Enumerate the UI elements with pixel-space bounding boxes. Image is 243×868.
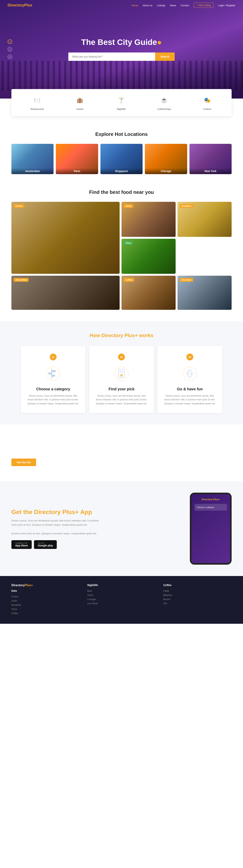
fusion-image — [11, 202, 119, 274]
phone-logo: Directory Plus+ — [201, 498, 220, 501]
how-it-works-section: How Directory Plus+ works 01 Choose a ca… — [0, 321, 243, 425]
footer-link[interactable]: Live Music — [87, 602, 156, 605]
how-card-3: 03 Go & have fun Donec cursus, risus non… — [158, 346, 222, 413]
app-content: Get the Directory Plus+ App Donec cursus… — [11, 508, 182, 549]
app-title: Get the Directory Plus+ App — [11, 508, 182, 516]
logo-plus: Plus — [24, 3, 32, 7]
hero-skyline-decoration — [0, 61, 243, 91]
footer-link[interactable]: Breakfast — [11, 604, 80, 606]
hero-search-bar: Search — [68, 53, 175, 61]
category-coffeeshops[interactable]: ☕ Coffeeshops — [157, 95, 171, 111]
googleplay-button[interactable]: Get it on Google play — [34, 540, 57, 549]
how-card-1-title: Choose a category — [27, 387, 80, 391]
app-section: Get the Directory Plus+ App Donec cursus… — [0, 481, 243, 576]
appstore-big-text: App Store — [15, 544, 28, 547]
appstore-button[interactable]: Available on the App Store — [11, 540, 32, 549]
svg-rect-2 — [52, 370, 56, 372]
sign-icon — [44, 364, 63, 383]
nav-listings[interactable]: Listings — [157, 4, 165, 7]
how-cards: 01 Choose a category Donec cursus, risus… — [11, 346, 232, 413]
logo[interactable]: DirectoryPlus — [7, 3, 32, 7]
category-restaurants[interactable]: 🍽️ Restaurants — [31, 95, 44, 111]
hero-dot-2[interactable]: 02 — [7, 47, 12, 52]
plane-icon — [180, 364, 199, 383]
hot-locations-section: Explore Hot Locations Amsterdam Paris Si… — [0, 116, 243, 186]
svg-point-9 — [121, 375, 122, 376]
footer-link[interactable]: Pizza — [11, 608, 80, 611]
location-singapore[interactable]: Singapore — [101, 144, 142, 174]
footer-link[interactable]: Coffee — [11, 612, 80, 615]
footer-link[interactable]: Bars — [87, 590, 156, 592]
coffeeshops-label: Coffeeshops — [157, 107, 171, 111]
footer-link[interactable]: Brunch — [163, 598, 232, 601]
food-item-asian[interactable]: Asian — [122, 202, 176, 237]
pizza-tag: Pizza — [124, 241, 133, 245]
restaurants-icon: 🍽️ — [32, 95, 43, 105]
footer-link[interactable]: Bakeries — [163, 594, 232, 596]
how-card-2-desc: Donec cursus, risus non fermentum iaculi… — [95, 394, 148, 405]
app-plus-text: Plus+ — [62, 508, 79, 516]
culture-icon: 🎭 — [202, 95, 212, 105]
categories-bar: 🍽️ Restaurants 🏨 Hotels 🍸 Nightlife ☕ Co… — [11, 89, 232, 116]
register-link[interactable]: Register — [226, 4, 236, 7]
location-amsterdam[interactable]: Amsterdam — [11, 144, 54, 174]
app-desc2: pulvinar enim justo at sem. Quisque ut s… — [11, 531, 103, 536]
footer-link[interactable]: Asian — [11, 599, 80, 602]
restaurants-label: Restaurants — [31, 107, 44, 111]
how-number-1: 01 — [50, 353, 57, 361]
nav-add-listing[interactable]: + Add Listing — [194, 3, 214, 8]
footer-link[interactable]: Lounges — [87, 598, 156, 601]
food-item-fusion[interactable]: Fusion — [11, 202, 119, 274]
search-button[interactable]: Search — [155, 53, 175, 61]
food-item-wine[interactable]: Vine & Bite — [11, 276, 119, 310]
locations-grid: Amsterdam Paris Singapore Chicago New Yo… — [11, 144, 232, 174]
footer-link[interactable]: Cafés — [163, 590, 232, 592]
googleplay-big-text: Google play — [38, 544, 53, 547]
hero-dot-3[interactable]: 03 — [7, 55, 12, 59]
food-item-breakfast[interactable]: Breakfast — [178, 202, 232, 237]
category-culture[interactable]: 🎭 Culture — [202, 95, 212, 111]
footer-col-coffee-heading: Coffee — [163, 584, 232, 587]
footer-col-coffee: Coffee Cafés Bakeries Brunch Tea — [163, 584, 232, 616]
nav-contact[interactable]: Contact — [181, 4, 189, 7]
culture-label: Culture — [203, 107, 211, 111]
food-item-finedine[interactable]: Fine Dine — [178, 276, 232, 310]
footer-link[interactable]: Tea — [163, 602, 232, 605]
location-paris[interactable]: Paris — [56, 144, 98, 174]
breakfast-tag: Breakfast — [180, 204, 193, 208]
finedine-tag: Fine Dine — [180, 278, 193, 282]
location-newyork[interactable]: New York — [189, 144, 232, 174]
search-input[interactable] — [68, 53, 155, 61]
food-item-coffee[interactable]: Coffee — [122, 276, 176, 310]
chicago-name: Chicago — [145, 168, 187, 174]
nav-about[interactable]: About us — [142, 4, 152, 7]
how-card-2-title: Find your pick — [95, 387, 148, 391]
how-number-2: 02 — [118, 353, 125, 361]
hero-dot-1[interactable]: 01 — [7, 39, 12, 44]
food-item-pizza[interactable]: Pizza — [122, 239, 176, 274]
phone-card: Choose a category — [194, 504, 227, 510]
food-section-title: Find the best food near you — [11, 189, 232, 195]
category-nightlife[interactable]: 🍸 Nightlife — [116, 95, 127, 111]
category-hotels[interactable]: 🏨 Hotels — [75, 95, 85, 111]
footer-col-eats: DirectoryPlus+ Eats Fusion Asian Breakfa… — [11, 584, 80, 616]
nav-news[interactable]: News — [170, 4, 176, 7]
how-it-works-title: How Directory Plus+ works — [11, 333, 232, 338]
newyork-name: New York — [189, 168, 232, 174]
login-link[interactable]: Login — [218, 4, 224, 7]
promo-section: See the list — [0, 425, 243, 481]
how-card-2: 02 Find your pick Donec cursus, risus no… — [89, 346, 154, 413]
footer-col-nightlife: Nightlife Bars Clubs Lounges Live Music — [87, 584, 156, 616]
location-chicago[interactable]: Chicago — [145, 144, 187, 174]
see-list-button[interactable]: See the list — [11, 459, 36, 466]
how-number-3: 03 — [186, 353, 193, 361]
app-phone-mockup: Directory Plus+ Choose a category — [190, 493, 232, 565]
svg-rect-3 — [48, 373, 52, 374]
nav-home[interactable]: Home — [132, 4, 138, 7]
appstore-small-text: Available on the — [15, 542, 27, 544]
map-icon — [112, 364, 131, 383]
footer-link[interactable]: Fusion — [11, 595, 80, 598]
footer-link[interactable]: Clubs — [87, 594, 156, 596]
nav-auth[interactable]: Login / Register — [218, 4, 236, 7]
app-download-buttons: Available on the App Store Get it on Goo… — [11, 540, 182, 549]
